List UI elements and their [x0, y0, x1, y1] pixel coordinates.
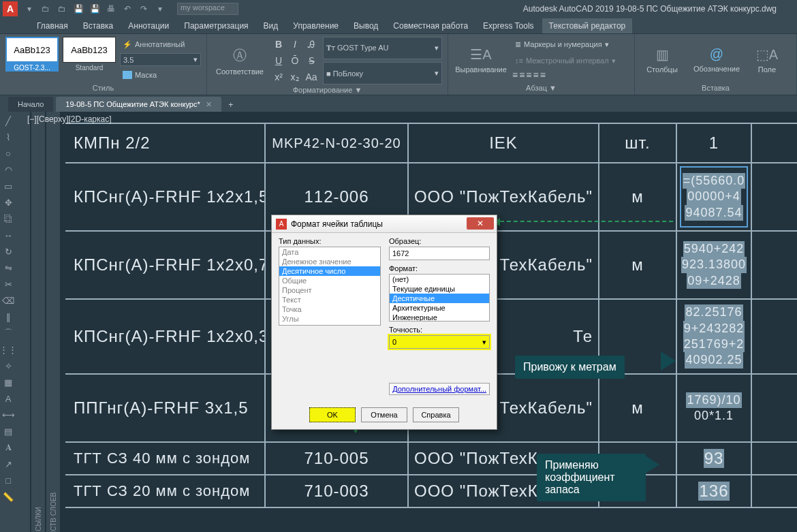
- cell-code[interactable]: MKP42-N-02-30-20: [266, 124, 409, 162]
- save-icon[interactable]: 💾: [72, 3, 84, 15]
- bold-icon[interactable]: B: [271, 37, 286, 52]
- match-button[interactable]: Ⓐ Соответствие: [213, 37, 267, 84]
- cell-code[interactable]: 710-005: [266, 443, 409, 474]
- cell-unit[interactable]: м: [599, 375, 677, 441]
- dim-icon[interactable]: ⟷: [1, 409, 15, 421]
- add-tab-button[interactable]: +: [224, 98, 238, 112]
- text-height-combo[interactable]: 3.5▾: [120, 53, 201, 66]
- open2-icon[interactable]: 🗀: [56, 3, 68, 15]
- cell-qty[interactable]: 93: [677, 443, 752, 474]
- list-item[interactable]: Инженерные: [390, 313, 489, 322]
- list-item[interactable]: Денежное значение: [279, 257, 380, 266]
- justify-left-icon[interactable]: ≡: [512, 69, 518, 80]
- list-item[interactable]: Углы: [279, 314, 380, 324]
- rect-icon[interactable]: ▭: [1, 180, 15, 192]
- cell-name[interactable]: ТГТ СЗ 20 мм с зондом: [65, 475, 266, 507]
- stretch-icon[interactable]: ↔: [1, 229, 15, 241]
- mirror-icon[interactable]: ⇋: [1, 262, 15, 274]
- text-icon[interactable]: A: [1, 392, 15, 405]
- underline-icon[interactable]: U: [271, 53, 286, 68]
- cell-name[interactable]: КМПн 2/2: [65, 124, 266, 162]
- align-button[interactable]: ☰A Выравнивание: [454, 37, 508, 82]
- ok-button[interactable]: OK: [309, 407, 356, 422]
- menu-annotations[interactable]: Аннотации: [121, 18, 176, 33]
- measure-icon[interactable]: 📏: [1, 490, 15, 503]
- erase-icon[interactable]: ⌫: [1, 294, 15, 307]
- viewport-label[interactable]: [−][Сверху][2D-каркас]: [27, 114, 112, 124]
- sample-input[interactable]: [389, 247, 490, 260]
- cancel-button[interactable]: Отмена: [361, 407, 407, 422]
- font-icon[interactable]: Ꭿ: [304, 37, 319, 52]
- field-button[interactable]: ⬚A Поле: [749, 37, 785, 82]
- cell-formula[interactable]: 82.25176 9+243282 251769+2 40902.25: [677, 300, 752, 373]
- trim-icon[interactable]: ✂: [1, 278, 15, 290]
- textstyle-standard[interactable]: AaBb123: [63, 37, 116, 63]
- menu-express[interactable]: Express Tools: [476, 18, 540, 33]
- justify-dist-icon[interactable]: ≡: [540, 69, 546, 80]
- search-field[interactable]: my worspace: [177, 3, 238, 15]
- cell-name[interactable]: КПСнг(А)-FRHF 1х2х0,75: [65, 232, 266, 298]
- array-icon[interactable]: ⋮⋮: [1, 343, 15, 356]
- menu-collab[interactable]: Совместная работа: [386, 18, 475, 33]
- offset-icon[interactable]: ‖: [1, 311, 15, 323]
- app-logo[interactable]: A: [3, 1, 18, 16]
- mask-label[interactable]: Маска: [135, 71, 157, 79]
- leader-icon[interactable]: ↗: [1, 458, 15, 470]
- menu-home[interactable]: Главная: [30, 18, 75, 33]
- bullets-label[interactable]: Маркеры и нумерация: [524, 40, 602, 48]
- cell-name[interactable]: ТГТ СЗ 40 мм с зондом: [65, 443, 266, 474]
- hatch-icon[interactable]: ▦: [1, 376, 15, 388]
- pline-icon[interactable]: ⌇: [1, 131, 15, 143]
- cell-name[interactable]: ППГнг(А)-FRHF 3х1,5: [65, 375, 266, 441]
- dialog-titlebar[interactable]: A Формат ячейки таблицы ✕: [272, 215, 497, 233]
- justify-center-icon[interactable]: ≡: [519, 69, 525, 80]
- new-icon[interactable]: ▾: [23, 3, 35, 15]
- list-item[interactable]: Дата: [279, 247, 380, 257]
- list-item[interactable]: Процент: [279, 285, 380, 295]
- panel-strip-0[interactable]: СВОЙСТВ СЛОЕВ: [46, 112, 60, 532]
- symbol-button[interactable]: @ Обозначение: [688, 37, 745, 82]
- cell-name[interactable]: КПСнг(А)-FRHF 1х2х0,35: [65, 300, 266, 373]
- format-listbox[interactable]: (нет) Текущие единицы Десятичные Архитек…: [389, 274, 490, 322]
- list-item[interactable]: Архитектурные: [390, 303, 489, 313]
- justify-right-icon[interactable]: ≡: [526, 69, 531, 80]
- menu-parametrize[interactable]: Параметризация: [177, 18, 255, 33]
- additional-format-button[interactable]: Дополнительный формат...: [389, 383, 490, 395]
- strike-icon[interactable]: S̶: [304, 53, 319, 68]
- columns-button[interactable]: ▥ Столбцы: [640, 37, 684, 82]
- menu-view[interactable]: Вид: [257, 18, 285, 33]
- open-icon[interactable]: 🗀: [40, 3, 52, 15]
- cell-unit[interactable]: м: [599, 232, 677, 298]
- help-button[interactable]: Справка: [413, 407, 459, 422]
- saveas-icon[interactable]: 💾: [89, 3, 101, 15]
- cell-name[interactable]: КПСнг(А)-FRHF 1х2х1,5: [65, 163, 266, 230]
- precision-combo[interactable]: 0▾: [389, 335, 490, 349]
- mtext-icon[interactable]: 𝐀: [1, 441, 15, 454]
- rotate-icon[interactable]: ↻: [1, 245, 15, 257]
- textstyle-gost[interactable]: AaBb123: [5, 37, 59, 63]
- block-icon[interactable]: □: [1, 474, 15, 486]
- italic-icon[interactable]: I: [287, 37, 302, 52]
- fillet-icon[interactable]: ⌒: [1, 327, 15, 339]
- super-icon[interactable]: x²: [271, 69, 286, 84]
- explode-icon[interactable]: ✧: [1, 360, 15, 372]
- file-tab-start[interactable]: Начало: [8, 97, 53, 112]
- cell-formula[interactable]: 5940+242 923.13800 09+2428: [677, 232, 752, 298]
- cell-mfr[interactable]: IEK: [409, 124, 599, 162]
- list-item[interactable]: Текст: [279, 295, 380, 304]
- panel-strip-1[interactable]: [16, 112, 30, 532]
- color-combo[interactable]: ■ ПоБлоку▾: [323, 62, 442, 84]
- case-icon[interactable]: Aa: [304, 69, 319, 84]
- list-item[interactable]: Целое число: [279, 324, 380, 326]
- circle-icon[interactable]: ○: [1, 147, 15, 159]
- cell-unit[interactable]: шт.: [599, 124, 677, 162]
- table-icon[interactable]: ▤: [1, 425, 15, 437]
- close-icon[interactable]: ✕: [206, 100, 212, 109]
- menu-insert[interactable]: Вставка: [76, 18, 121, 33]
- type-listbox[interactable]: Дата Денежное значение Десятичное число …: [279, 247, 381, 326]
- menu-texteditor[interactable]: Текстовый редактор: [542, 18, 633, 33]
- cell-code[interactable]: 710-003: [266, 475, 409, 507]
- panel-strip-2[interactable]: ССЫЛКИ: [31, 112, 45, 532]
- overline-icon[interactable]: Ō: [287, 53, 302, 68]
- font-combo[interactable]: 𝚻ᴛ GOST Type AU▾: [323, 37, 442, 59]
